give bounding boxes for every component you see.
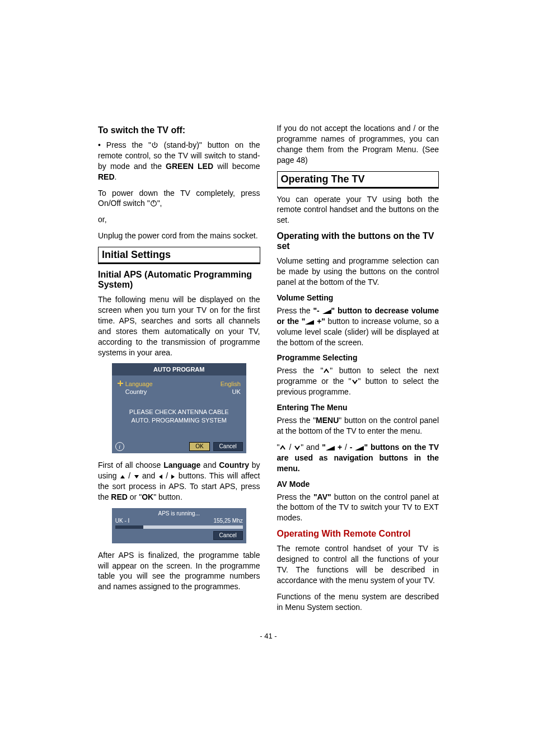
left-column: To switch the TV off: • Press the " (sta… bbox=[98, 123, 260, 618]
text: " button. bbox=[153, 492, 182, 501]
language-value: English bbox=[221, 381, 241, 387]
label-side: Language bbox=[118, 381, 153, 387]
svg-marker-9 bbox=[355, 446, 364, 450]
vol-up-icon bbox=[305, 320, 314, 325]
text: / bbox=[125, 471, 134, 480]
heading-remote: Operating With Remote Control bbox=[277, 529, 439, 539]
text: and bbox=[139, 471, 158, 480]
para-operate-both: You can operate your TV using both the r… bbox=[277, 194, 439, 226]
text: First of all choose bbox=[98, 461, 163, 469]
text-red-btn: RED bbox=[111, 492, 128, 501]
aps-running-footer: Cancel bbox=[115, 531, 243, 540]
text: Press the bbox=[277, 306, 313, 315]
country-value: UK bbox=[232, 388, 240, 395]
para-after-aps: After APS is finalized, the programme ta… bbox=[98, 550, 260, 593]
cancel-button[interactable]: Cancel bbox=[213, 442, 243, 451]
auto-program-title: AUTO PROGRAM bbox=[112, 363, 246, 375]
text: "- bbox=[313, 306, 322, 315]
progress-track bbox=[115, 525, 243, 529]
cursor-icon bbox=[118, 381, 123, 386]
para-accept-locations: If you do not accept the locations and /… bbox=[277, 123, 439, 166]
text: + bbox=[335, 443, 342, 452]
para-menu: Press the "MENU" button on the control p… bbox=[277, 415, 439, 436]
prog-down-icon bbox=[352, 378, 358, 385]
heading-initial-settings: Initial Settings bbox=[98, 247, 260, 264]
heading-operating-tv: Operating The TV bbox=[277, 171, 439, 189]
heading-initial-aps: Initial APS (Automatic Programming Syste… bbox=[98, 270, 260, 290]
text: • Press the " bbox=[98, 140, 151, 149]
prog-up-icon bbox=[323, 368, 330, 374]
vol-down-icon bbox=[355, 445, 364, 451]
svg-marker-4 bbox=[159, 475, 162, 479]
text: Press the " bbox=[277, 366, 324, 375]
aps-run-left: UK - I bbox=[115, 518, 130, 524]
text-language: Language bbox=[163, 461, 200, 469]
progress-fill bbox=[115, 525, 143, 529]
down-icon bbox=[134, 474, 139, 480]
text-ok-btn: OK bbox=[142, 492, 153, 501]
heading-op-buttons: Operating with the buttons on the TV set bbox=[277, 231, 439, 251]
info-icon: i bbox=[115, 442, 124, 451]
text: - bbox=[350, 443, 355, 452]
up-icon bbox=[120, 474, 125, 480]
svg-marker-3 bbox=[134, 475, 139, 478]
language-label: Language bbox=[125, 381, 153, 387]
svg-marker-2 bbox=[120, 475, 125, 478]
para-aps-desc: The following menu will be displayed on … bbox=[98, 294, 260, 358]
aps-run-right: 155,25 Mhz bbox=[213, 518, 242, 524]
text-green-led: GREEN LED bbox=[166, 162, 213, 171]
text: / bbox=[163, 471, 171, 480]
text: Press the bbox=[277, 492, 313, 501]
country-label: Country bbox=[118, 388, 147, 395]
ok-button[interactable]: OK bbox=[189, 442, 209, 451]
right-column: If you do not accept the locations and /… bbox=[277, 123, 439, 618]
msg1: PLEASE CHECK ANTENNA CABLE bbox=[118, 408, 241, 416]
heading-entering-menu: Entering The Menu bbox=[277, 403, 439, 412]
auto-program-msg: PLEASE CHECK ANTENNA CABLE AUTO. PROGRAM… bbox=[118, 408, 241, 424]
text-red: RED bbox=[98, 172, 115, 181]
vol-down-icon bbox=[322, 309, 331, 314]
msg2: AUTO. PROGRAMMING SYSTEM bbox=[118, 416, 241, 424]
text: To power down the TV completely, press O… bbox=[98, 189, 260, 208]
text: Press the " bbox=[277, 416, 316, 425]
text: / bbox=[286, 443, 294, 452]
aps-running-title: APS is running... bbox=[115, 510, 243, 516]
heading-av-mode: AV Mode bbox=[277, 480, 439, 489]
para-menu-system: Functions of the menu system are describ… bbox=[277, 591, 439, 613]
text-menu: MENU bbox=[316, 416, 339, 425]
para-nav-buttons: " / " and " + / - " buttons on the TV ar… bbox=[277, 442, 439, 474]
page: To switch the TV off: • Press the " (sta… bbox=[0, 0, 534, 674]
page-number: - 41 - bbox=[98, 632, 439, 640]
text: " bbox=[302, 317, 306, 326]
para-volume: Press the "- " button to decrease volume… bbox=[277, 306, 439, 348]
prog-down-icon bbox=[294, 444, 301, 451]
svg-marker-5 bbox=[171, 475, 175, 479]
heading-programme: Programme Selecting bbox=[277, 353, 439, 362]
standby-icon bbox=[151, 142, 158, 149]
aps-running-row: UK - I 155,25 Mhz bbox=[115, 518, 243, 524]
para-av: Press the "AV" button on the control pan… bbox=[277, 492, 439, 524]
text: will become bbox=[213, 162, 260, 171]
para-programme: Press the "" button to select the next p… bbox=[277, 365, 439, 397]
auto-program-buttons: OK Cancel bbox=[189, 442, 243, 451]
svg-marker-6 bbox=[322, 309, 331, 314]
text: +" bbox=[314, 317, 325, 326]
auto-program-footer: i OK Cancel bbox=[112, 440, 246, 453]
para-standby: • Press the " (stand-by)" button on the … bbox=[98, 140, 260, 182]
vol-up-icon bbox=[326, 445, 335, 451]
text: / bbox=[342, 443, 350, 452]
text: . bbox=[115, 172, 117, 181]
row-language: Language English bbox=[118, 380, 241, 388]
para-choose-lang: First of all choose Language and Country… bbox=[98, 460, 260, 503]
columns: To switch the TV off: • Press the " (sta… bbox=[98, 123, 439, 618]
text: ", bbox=[157, 199, 162, 208]
para-remote-desc: The remote control handset of your TV is… bbox=[277, 543, 439, 586]
svg-marker-7 bbox=[305, 320, 314, 325]
heading-volume: Volume Setting bbox=[277, 293, 439, 302]
cancel-button[interactable]: Cancel bbox=[213, 531, 243, 540]
aps-running-box: APS is running... UK - I 155,25 Mhz Canc… bbox=[112, 508, 246, 543]
text: " bbox=[322, 443, 326, 452]
para-or: or, bbox=[98, 214, 260, 225]
row-country: Country UK bbox=[118, 388, 241, 396]
para-vol-prog: Volume setting and programme selection c… bbox=[277, 256, 439, 288]
